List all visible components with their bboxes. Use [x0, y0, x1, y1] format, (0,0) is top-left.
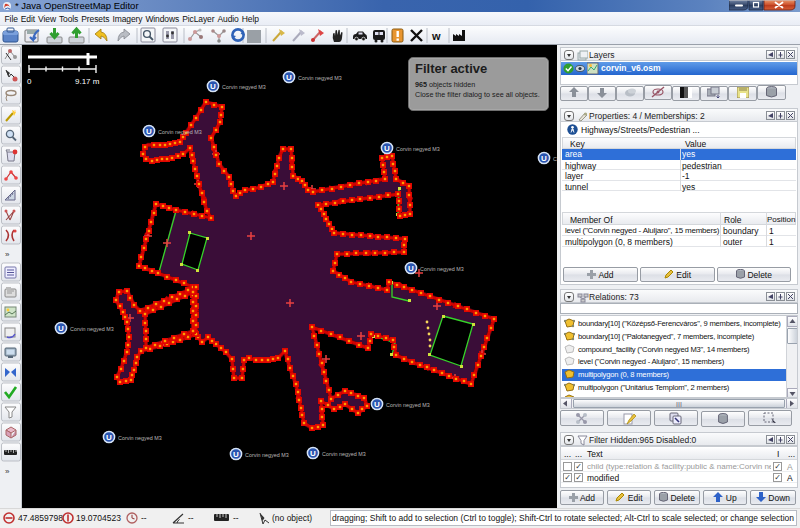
svg-text:»: »	[5, 250, 10, 259]
svg-text:Corvin negyed M3: Corvin negyed M3	[322, 451, 366, 457]
svg-text:w: w	[431, 30, 441, 42]
svg-text:Corvin negyed M3: Corvin negyed M3	[158, 129, 202, 135]
svg-text:»: »	[5, 467, 10, 476]
svg-text:U: U	[541, 154, 547, 163]
svg-text:Corvin negyed M3: Corvin negyed M3	[245, 452, 289, 458]
svg-text:Corvin negyed M3: Corvin negyed M3	[553, 156, 557, 162]
svg-text:U: U	[374, 400, 380, 409]
svg-text:U: U	[286, 73, 292, 82]
svg-text:U: U	[210, 82, 216, 91]
svg-text:Corvin negyed M3: Corvin negyed M3	[118, 435, 162, 441]
svg-text:Corvin negyed M3: Corvin negyed M3	[298, 75, 342, 81]
svg-text:Corvin negyed M3: Corvin negyed M3	[420, 266, 464, 272]
svg-text:Corvin negyed M3: Corvin negyed M3	[396, 146, 440, 152]
svg-text:Corvin negyed M3: Corvin negyed M3	[222, 84, 266, 90]
svg-text:U: U	[106, 433, 112, 442]
svg-text:9.17 m: 9.17 m	[75, 77, 100, 86]
svg-text:U: U	[233, 450, 239, 459]
svg-text:U: U	[408, 264, 414, 273]
svg-text:U: U	[310, 449, 316, 458]
svg-text:U: U	[146, 127, 152, 136]
svg-text:U: U	[58, 324, 64, 333]
svg-text:Corvin negyed M3: Corvin negyed M3	[70, 326, 114, 332]
svg-text:0: 0	[27, 77, 32, 86]
svg-text:Corvin negyed M3: Corvin negyed M3	[386, 402, 430, 408]
svg-text:U: U	[384, 144, 390, 153]
